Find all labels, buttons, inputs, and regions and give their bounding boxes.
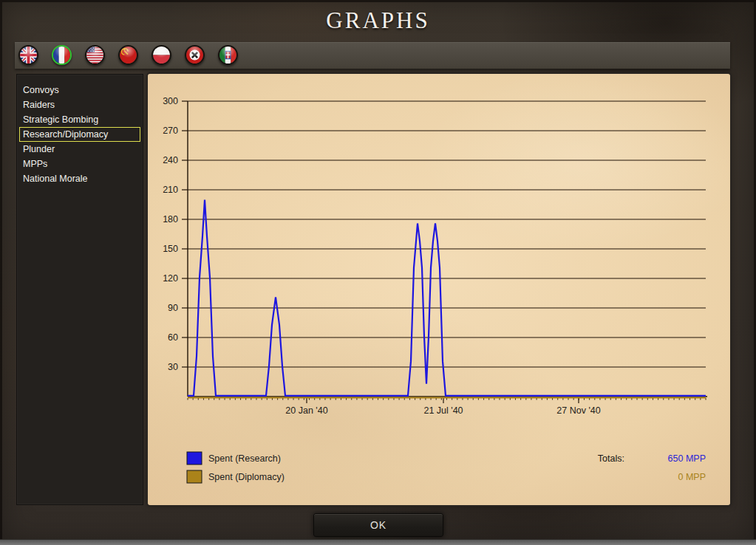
series-line-research — [188, 199, 706, 395]
chart-panel: 30609012015018021024027030020 Jan '4021 … — [148, 74, 730, 505]
y-tick-label: 210 — [163, 185, 178, 195]
bottom-strip — [0, 539, 756, 545]
sidebar-item-strategic-bombing[interactable]: Strategic Bombing — [19, 112, 140, 127]
y-tick-label: 90 — [168, 303, 178, 313]
totals-label: Totals: — [598, 453, 624, 464]
y-tick-label: 30 — [168, 362, 178, 372]
uk-flag-icon — [20, 47, 37, 64]
sidebar-item-research-diplomacy[interactable]: Research/Diplomacy — [19, 127, 140, 142]
nation-flag-bar — [15, 42, 730, 69]
sidebar-item-mpps[interactable]: MPPs — [19, 157, 140, 171]
total-value-1: 0 MPP — [678, 472, 706, 482]
graph-category-sidebar: ConvoysRaidersStrategic BombingResearch/… — [16, 74, 143, 505]
x-tick-label: 21 Jul '40 — [423, 405, 463, 416]
research-diplomacy-chart: 30609012015018021024027030020 Jan '4021 … — [148, 74, 730, 505]
y-tick-label: 120 — [163, 273, 178, 284]
flag-poland-button[interactable] — [151, 45, 171, 65]
flag-uk-button[interactable] — [18, 45, 38, 65]
flag-usa-button[interactable] — [85, 45, 105, 65]
flag-ussr-button[interactable] — [118, 45, 138, 65]
y-tick-label: 240 — [163, 155, 178, 165]
poland-flag-icon — [153, 47, 170, 64]
ok-button[interactable]: OK — [313, 513, 443, 537]
usa-flag-icon — [86, 47, 103, 64]
flag-germany-button[interactable] — [185, 45, 205, 65]
germany-flag-icon — [186, 47, 203, 64]
page-title: GRAPHS — [0, 7, 756, 34]
legend-label-1: Spent (Diplomacy) — [208, 472, 285, 482]
y-tick-label: 150 — [163, 244, 178, 254]
y-tick-label: 300 — [163, 96, 178, 106]
france-flag-icon — [53, 47, 70, 64]
flag-italy-button[interactable] — [218, 45, 238, 65]
ussr-flag-icon — [120, 47, 137, 64]
x-tick-label: 27 Nov '40 — [556, 405, 600, 416]
sidebar-item-convoys[interactable]: Convoys — [19, 83, 140, 97]
legend-swatch-0 — [187, 452, 202, 465]
italy-flag-icon — [219, 47, 236, 64]
sidebar-item-national-morale[interactable]: National Morale — [19, 171, 140, 186]
graphs-window: GRAPHS — [0, 0, 756, 545]
y-tick-label: 60 — [168, 332, 178, 343]
flag-france-button[interactable] — [52, 45, 72, 65]
sidebar-item-raiders[interactable]: Raiders — [19, 97, 140, 112]
total-value-0: 650 MPP — [668, 453, 706, 464]
y-tick-label: 270 — [163, 126, 178, 136]
legend-swatch-1 — [187, 470, 202, 483]
legend-label-0: Spent (Research) — [208, 453, 281, 464]
x-tick-label: 20 Jan '40 — [285, 405, 327, 416]
sidebar-item-plunder[interactable]: Plunder — [19, 142, 140, 157]
y-tick-label: 180 — [163, 214, 178, 224]
